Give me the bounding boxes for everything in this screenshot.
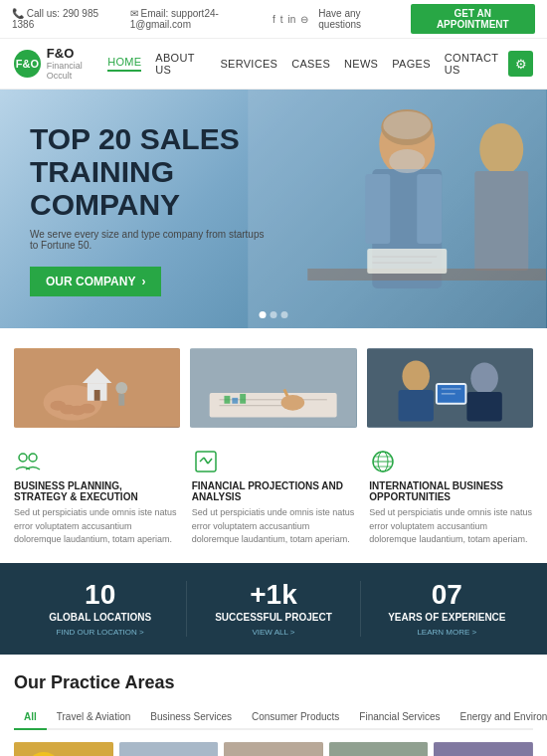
- nav-services[interactable]: SERVICES: [220, 58, 277, 70]
- stats-section: 10 GLOBAL LOCATIONS FIND OUR LOCATION > …: [0, 563, 547, 655]
- nav-about[interactable]: ABOUT US: [155, 52, 206, 76]
- svg-rect-4: [417, 174, 442, 244]
- tab-energy[interactable]: Energy and Environment: [451, 705, 548, 728]
- svg-rect-73: [329, 742, 429, 756]
- svg-rect-32: [233, 398, 239, 404]
- feature-title-2: FINANCIAL PROJECTIONS AND ANALYSIS: [192, 480, 356, 502]
- feature-3: INTERNATIONAL BUSINESS OPPORTUNITIES Sed…: [369, 448, 533, 547]
- svg-point-5: [389, 149, 425, 173]
- stat-link-3[interactable]: LEARN MORE >: [369, 628, 525, 637]
- navbar: F&O F&O Financial Occult HOME ABOUT US S…: [0, 39, 547, 90]
- topbar-right: f t in ⊖ Have any questions GET AN APPOI…: [273, 4, 535, 34]
- stat-projects: +1k SUCCESSFUL PROJECT VIEW ALL >: [187, 581, 360, 637]
- svg-point-35: [402, 361, 430, 392]
- stat-number-2: +1k: [195, 581, 351, 609]
- email-info: Email: support24-1@gmail.com: [130, 8, 273, 30]
- twitter-icon[interactable]: t: [280, 14, 283, 25]
- practice-card-4: [329, 742, 429, 756]
- practice-title: Our Practice Areas: [14, 672, 533, 693]
- practice-card-3: [224, 742, 323, 756]
- stat-link-2[interactable]: VIEW ALL >: [195, 628, 351, 637]
- help-text: Have any questions: [318, 8, 400, 30]
- svg-rect-3: [365, 174, 390, 244]
- feature-title-3: INTERNATIONAL BUSINESS OPPORTUNITIES: [369, 480, 533, 502]
- arrow-icon: ›: [141, 275, 145, 288]
- practice-grid: [14, 742, 533, 756]
- phone-info: Call us: 290 985 1386: [12, 8, 118, 30]
- top-bar: Call us: 290 985 1386 Email: support24-1…: [0, 0, 547, 39]
- stat-link-1[interactable]: FIND OUR LOCATION >: [22, 628, 178, 637]
- svg-rect-9: [474, 171, 528, 271]
- hero-title: TOP 20 SALES TRAINING COMPANY: [30, 122, 272, 221]
- svg-rect-36: [398, 390, 433, 421]
- feature-title-1: BUSINESS PLANNING, STRATEGY & EXECUTION: [14, 480, 178, 502]
- stat-label-2: SUCCESSFUL PROJECT: [195, 612, 351, 624]
- hero-section: TOP 20 SALES TRAINING COMPANY We serve e…: [0, 90, 547, 328]
- stat-number-1: 10: [22, 581, 178, 609]
- stat-label-3: YEARS OF EXPERIENCE: [369, 612, 525, 624]
- feature-desc-2: Sed ut perspiciatis unde omnis iste natu…: [192, 506, 356, 547]
- features-section: BUSINESS PLANNING, STRATEGY & EXECUTION …: [0, 448, 547, 563]
- topbar-contact: Call us: 290 985 1386 Email: support24-1…: [12, 8, 273, 30]
- instagram-icon[interactable]: in: [287, 14, 295, 25]
- svg-point-8: [479, 123, 523, 175]
- svg-rect-33: [241, 394, 247, 404]
- hero-subtitle: We serve every size and type company fro…: [30, 229, 272, 251]
- logo-icon: F&O: [14, 50, 41, 78]
- svg-rect-63: [119, 742, 219, 756]
- svg-point-37: [470, 363, 498, 394]
- nav-cases[interactable]: CASES: [291, 58, 330, 70]
- hero-cta-button[interactable]: OUR COMPANY ›: [30, 267, 161, 296]
- svg-line-48: [208, 459, 212, 464]
- tab-business[interactable]: Business Services: [140, 705, 242, 728]
- svg-rect-38: [466, 392, 501, 422]
- tab-travel[interactable]: Travel & Aviation: [47, 705, 140, 728]
- nav-pages[interactable]: PAGES: [392, 58, 431, 70]
- svg-point-44: [29, 454, 37, 462]
- stat-number-3: 07: [369, 581, 525, 609]
- hero-dots: [260, 311, 288, 318]
- svg-point-24: [80, 404, 95, 414]
- stat-experience: 07 YEARS OF EXPERIENCE LEARN MORE >: [361, 581, 533, 637]
- svg-point-30: [281, 395, 305, 411]
- practice-card-1: [14, 742, 113, 756]
- service-image-1: [14, 348, 180, 428]
- tab-consumer[interactable]: Consumer Products: [242, 705, 349, 728]
- dot-1[interactable]: [260, 311, 267, 318]
- nav-contact[interactable]: CONTACT US: [445, 52, 508, 76]
- logo: F&O F&O Financial Occult: [14, 47, 107, 81]
- svg-point-43: [19, 454, 27, 462]
- appointment-button[interactable]: GET AN APPOINTMENT: [411, 4, 535, 34]
- practice-areas-section: Our Practice Areas All Travel & Aviation…: [0, 655, 547, 756]
- nav-news[interactable]: NEWS: [344, 58, 378, 70]
- hero-content: TOP 20 SALES TRAINING COMPANY We serve e…: [0, 102, 301, 316]
- social-links: f t in ⊖: [273, 14, 308, 25]
- tab-financial[interactable]: Financial Services: [349, 705, 450, 728]
- dot-2[interactable]: [271, 311, 277, 318]
- feature-2: FINANCIAL PROJECTIONS AND ANALYSIS Sed u…: [192, 448, 356, 547]
- dot-3[interactable]: [281, 311, 288, 318]
- nav-home[interactable]: HOME: [107, 56, 141, 72]
- stat-label-1: GLOBAL LOCATIONS: [22, 612, 178, 624]
- facebook-icon[interactable]: f: [273, 14, 275, 25]
- services-images: [0, 328, 547, 448]
- feature-icon-3: [369, 448, 397, 475]
- feature-desc-3: Sed ut perspiciatis unde omnis iste natu…: [369, 506, 533, 547]
- stat-locations: 10 GLOBAL LOCATIONS FIND OUR LOCATION >: [14, 581, 187, 637]
- svg-rect-11: [367, 249, 447, 274]
- wifi-icon[interactable]: ⊖: [300, 14, 308, 25]
- svg-line-46: [200, 458, 204, 462]
- feature-desc-1: Sed ut perspiciatis unde omnis iste natu…: [14, 506, 178, 547]
- service-image-3: [367, 348, 533, 428]
- tab-all[interactable]: All: [14, 705, 47, 730]
- svg-point-19: [115, 382, 127, 394]
- service-card-1: [14, 348, 180, 428]
- service-card-2: [190, 348, 356, 428]
- logo-text-block: F&O Financial Occult: [47, 47, 107, 81]
- settings-icon[interactable]: ⚙: [508, 51, 533, 77]
- service-card-3: [367, 348, 533, 428]
- practice-tabs: All Travel & Aviation Business Services …: [14, 705, 533, 730]
- svg-rect-18: [94, 390, 100, 401]
- service-image-2: [190, 348, 356, 428]
- svg-rect-31: [225, 396, 231, 404]
